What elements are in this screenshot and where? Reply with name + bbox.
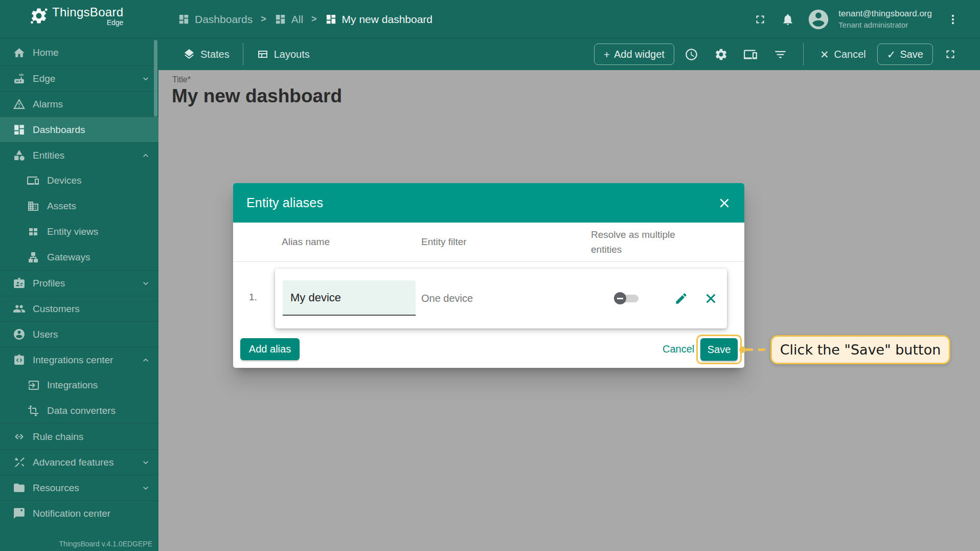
sidebar-item-integrations-center[interactable]: Integrations center	[0, 347, 158, 372]
router-icon	[12, 72, 26, 85]
sidebar-item-label: Customers	[33, 303, 80, 315]
breadcrumb-item-current-dashboard[interactable]: My new dashboard	[325, 13, 432, 26]
sidebar-item-entities[interactable]: Entities	[0, 142, 158, 168]
user-role: Tenant administrator	[838, 20, 932, 30]
badge-icon	[12, 277, 26, 290]
sidebar-item-assets[interactable]: Assets	[0, 193, 158, 219]
title-field-label: Title*	[172, 75, 191, 84]
dashboard-settings-button[interactable]	[709, 42, 734, 66]
code-brackets-icon	[12, 430, 26, 444]
connector-dashed-line	[746, 348, 770, 351]
edit-alias-button[interactable]	[670, 287, 692, 310]
sidebar-item-label: Gateways	[47, 252, 90, 263]
sidebar-item-entity-views[interactable]: Entity views	[0, 219, 158, 245]
tools-icon	[12, 456, 26, 469]
add-widget-label: Add widget	[614, 49, 665, 60]
layouts-button[interactable]: Layouts	[250, 44, 316, 64]
sidebar-item-dashboards[interactable]: Dashboards	[0, 117, 158, 142]
fullscreen-icon	[944, 48, 957, 61]
sidebar-item-data-converters[interactable]: Data converters	[0, 398, 158, 424]
sidebar-item-users[interactable]: Users	[0, 321, 158, 347]
chevron-down-icon	[140, 278, 151, 289]
alias-row: One device	[275, 269, 727, 328]
sidebar-item-advanced-features[interactable]: Advanced features	[0, 449, 158, 475]
devices-icon	[27, 174, 40, 187]
chevron-down-icon	[140, 73, 151, 84]
brand-logo[interactable]: ThingsBoard Edge	[30, 5, 123, 27]
more-menu-button[interactable]	[941, 8, 965, 31]
sidebar-item-label: Entity views	[47, 226, 98, 237]
sidebar-item-home[interactable]: Home	[0, 40, 158, 65]
annotation-tooltip: Click the "Save" button	[770, 335, 950, 364]
user-email: tenant@thingsboard.org	[838, 8, 932, 20]
entity-aliases-dialog: Entity aliases Alias name Entity filter …	[233, 183, 744, 368]
sidebar-item-label: Advanced features	[33, 457, 113, 468]
states-button[interactable]: States	[177, 44, 236, 64]
header: ThingsBoard Edge Dashboards > All > My n…	[0, 0, 980, 38]
connector-dot	[739, 346, 746, 353]
toggle-thumb	[614, 292, 626, 304]
sidebar-item-profiles[interactable]: Profiles	[0, 270, 158, 296]
transform-icon	[27, 404, 40, 417]
fullscreen-button[interactable]	[748, 8, 772, 31]
toolbar-divider	[803, 43, 804, 65]
remove-alias-button[interactable]	[699, 287, 722, 310]
sidebar-item-edge[interactable]: Edge	[0, 65, 158, 91]
sidebar-item-label: Resources	[33, 482, 79, 494]
breadcrumb-item-all[interactable]: All	[275, 13, 303, 26]
avatar[interactable]	[807, 8, 830, 31]
breadcrumb-item-dashboards[interactable]: Dashboards	[178, 13, 253, 26]
sidebar-item-label: Entities	[33, 150, 64, 161]
chevron-down-icon	[140, 457, 151, 468]
toolbar-cancel-label: Cancel	[834, 49, 866, 60]
sidebar-item-label: Devices	[47, 175, 82, 186]
alias-name-field	[283, 280, 416, 316]
layout-icon	[257, 48, 269, 60]
dialog-save-button[interactable]: Save	[700, 338, 738, 361]
sidebar-item-label: Notification center	[33, 508, 110, 519]
sidebar-item-notification-center[interactable]: Notification center	[0, 500, 158, 526]
toolbar-save-button[interactable]: ✓ Save	[877, 43, 933, 65]
toolbar-cancel-button[interactable]: ✕ Cancel	[814, 45, 872, 64]
time-window-button[interactable]	[679, 42, 704, 66]
dialog-header: Entity aliases	[233, 183, 744, 223]
resolve-multiple-toggle[interactable]	[614, 291, 639, 305]
alias-name-input[interactable]	[283, 280, 416, 315]
sidebar-item-integrations[interactable]: Integrations	[0, 372, 158, 398]
sidebar-item-resources[interactable]: Resources	[0, 475, 158, 500]
dashboard-icon	[275, 13, 286, 25]
version-text: ThingsBoard v.4.1.0EDGEPE	[59, 540, 152, 548]
sidebar-item-alarms[interactable]: Alarms	[0, 91, 158, 117]
breadcrumb-separator: >	[311, 14, 317, 25]
dialog-close-button[interactable]	[717, 195, 732, 211]
sidebar-item-customers[interactable]: Customers	[0, 296, 158, 321]
add-widget-button[interactable]: + Add widget	[594, 43, 674, 65]
breadcrumb: Dashboards > All > My new dashboard	[178, 0, 432, 38]
dashboard-icon	[12, 123, 26, 137]
sidebar-item-label: Assets	[47, 201, 76, 212]
dialog-cancel-button[interactable]: Cancel	[655, 338, 701, 360]
sidebar-item-rule-chains[interactable]: Rule chains	[0, 424, 158, 449]
filters-button[interactable]	[768, 42, 793, 66]
sidebar-item-label: Rule chains	[33, 431, 83, 443]
add-alias-button[interactable]: Add alias	[240, 338, 300, 360]
sidebar-item-devices[interactable]: Devices	[0, 168, 158, 193]
sidebar-item-label: Home	[33, 47, 59, 58]
sidebar-item-gateways[interactable]: Gateways	[0, 245, 158, 270]
column-entity-filter: Entity filter	[421, 236, 467, 248]
sidebar-item-label: Users	[33, 329, 58, 340]
sidebar-item-label: Edge	[33, 73, 55, 84]
clock-icon	[685, 48, 698, 61]
sidebar-item-label: Integrations center	[33, 355, 113, 366]
toolbar-fullscreen-button[interactable]	[938, 42, 963, 66]
entity-aliases-button[interactable]	[739, 42, 763, 66]
brand-edition: Edge	[107, 18, 124, 27]
chevron-up-icon	[140, 150, 151, 161]
notifications-button[interactable]	[776, 8, 800, 31]
chevron-down-icon	[140, 482, 151, 494]
dashboard-toolbar: States Layouts + Add widget	[158, 38, 980, 70]
layers-icon	[183, 48, 195, 60]
folder-icon	[12, 481, 26, 495]
sidebar-scrollbar[interactable]	[154, 40, 157, 117]
toolbar-divider	[243, 43, 243, 65]
